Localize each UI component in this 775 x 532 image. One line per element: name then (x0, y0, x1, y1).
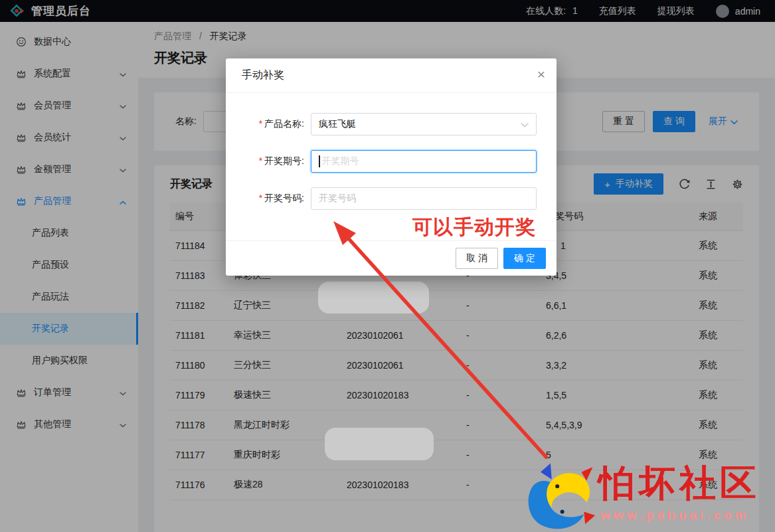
required-mark: * (259, 155, 262, 166)
issue-number-input[interactable]: 开奖期号 (311, 150, 537, 173)
cancel-button[interactable]: 取 消 (456, 248, 498, 269)
annotation-text: 可以手动开奖 (412, 214, 536, 241)
confirm-button[interactable]: 确 定 (503, 248, 546, 269)
modal-body: *产品名称: 疯狂飞艇 *开奖期号: 开奖期号 *开奖号码: 开奖号码 (226, 93, 557, 210)
redaction-box (318, 282, 429, 313)
issue-number-label: 开奖期号: (264, 155, 304, 166)
product-name-select[interactable]: 疯狂飞艇 (311, 113, 537, 135)
draw-code-input[interactable]: 开奖号码 (311, 187, 537, 210)
modal-title: 手动补奖 (242, 68, 284, 82)
issue-number-placeholder: 开奖期号 (322, 155, 359, 167)
required-mark: * (259, 118, 262, 129)
chevron-down-icon (521, 119, 529, 130)
required-mark: * (259, 193, 262, 203)
redaction-box (325, 428, 434, 460)
manual-award-modal: 手动补奖 × *产品名称: 疯狂飞艇 *开奖期号: 开奖期号 *开奖号码: 开奖… (226, 58, 557, 276)
product-name-value: 疯狂飞艇 (319, 118, 356, 130)
modal-header: 手动补奖 (226, 58, 557, 93)
product-name-field-row: *产品名称: 疯狂飞艇 (246, 113, 537, 135)
draw-code-field-row: *开奖号码: 开奖号码 (246, 187, 537, 210)
draw-code-label: 开奖号码: (264, 193, 304, 203)
modal-footer: 取 消 确 定 (226, 240, 557, 276)
text-cursor (319, 155, 320, 167)
product-name-label: 产品名称: (264, 118, 304, 129)
issue-number-field-row: *开奖期号: 开奖期号 (246, 150, 537, 173)
close-icon[interactable]: × (537, 67, 545, 81)
draw-code-placeholder: 开奖号码 (319, 193, 356, 205)
